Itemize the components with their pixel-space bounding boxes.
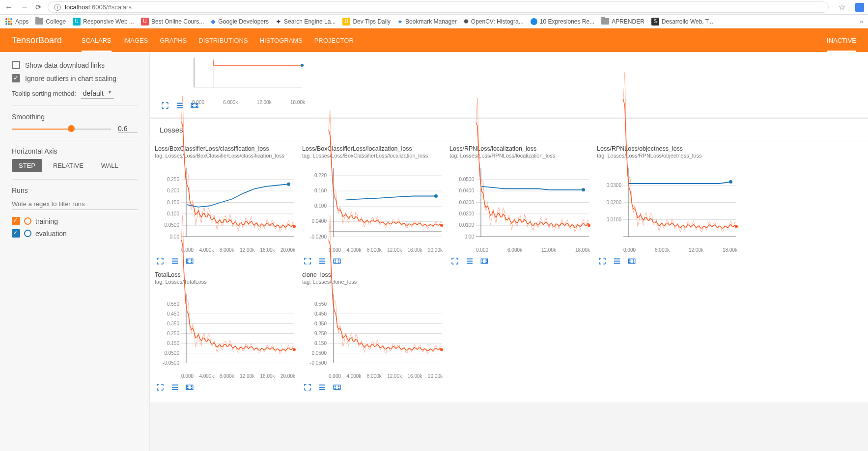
bookmark-item[interactable]: SDesarrollo Web, T... [651, 18, 713, 26]
expand-icon[interactable] [597, 256, 608, 266]
expand-icon[interactable] [449, 256, 460, 266]
smoothing-value-input[interactable] [118, 125, 138, 133]
fit-icon[interactable] [184, 256, 195, 266]
address-bar[interactable]: i localhost:6006/#scalars [48, 1, 829, 13]
svg-text:0.250: 0.250 [167, 177, 179, 182]
list-icon[interactable] [317, 256, 328, 266]
svg-text:0.0200: 0.0200 [606, 200, 621, 205]
list-icon[interactable] [174, 100, 185, 111]
bookmark-item[interactable]: 10 Expresiones Re... [531, 18, 594, 25]
tensorboard-logo: TensorBoard [12, 35, 62, 46]
chart-plot[interactable]: 0.000.01000.02000.03000.04000.0500 [449, 160, 592, 246]
back-button[interactable]: ← [4, 3, 14, 12]
svg-text:0.0400: 0.0400 [311, 218, 327, 224]
chart-card: Loss/BoxClassifierLoss/localization_loss… [302, 145, 445, 266]
run-checkbox[interactable] [12, 229, 20, 238]
forward-button[interactable]: → [20, 3, 29, 12]
bookmark-item[interactable]: Apps [5, 18, 28, 26]
axis-btn-relative[interactable]: RELATIVE [46, 159, 90, 172]
svg-text:0.250: 0.250 [167, 331, 179, 336]
chart-plot[interactable]: -0.05000.05000.1500.2500.3500.4500.550 [302, 287, 445, 372]
expand-icon[interactable] [302, 382, 313, 393]
chart-plot[interactable]: 0.000.05000.1000.1500.2000.250 [155, 160, 297, 246]
bookmark-star-icon[interactable]: ☆ [839, 2, 845, 12]
show-download-checkbox[interactable] [12, 61, 20, 69]
tab-distributions[interactable]: DISTRIBUTIONS [198, 28, 248, 52]
smoothing-slider[interactable] [12, 128, 111, 130]
list-icon[interactable] [169, 256, 180, 266]
svg-point-132 [188, 388, 189, 389]
list-icon[interactable] [464, 256, 475, 266]
chart-plot[interactable]: 0.01000.02000.0300 [597, 160, 739, 246]
bookmark-item[interactable]: APRENDER [601, 18, 644, 25]
ignore-outliers-checkbox[interactable] [12, 74, 20, 82]
bookmark-item[interactable]: UDev Tips Daily [342, 18, 391, 26]
svg-point-57 [440, 224, 443, 227]
svg-point-12 [301, 64, 304, 67]
bookmark-item[interactable]: College [35, 18, 66, 25]
chart-card: TotalLoss tag: Losses/TotalLoss -0.05000… [155, 271, 297, 393]
svg-text:0.0100: 0.0100 [606, 217, 621, 222]
section-header-losses[interactable]: Losses [150, 118, 868, 141]
svg-text:0.200: 0.200 [167, 188, 179, 193]
tooltip-sorting-label: Tooltip sorting method: [12, 90, 76, 97]
header-tabs: SCALARSIMAGESGRAPHSDISTRIBUTIONSHISTOGRA… [82, 28, 354, 52]
svg-point-87 [482, 260, 483, 261]
axis-btn-step[interactable]: STEP [12, 159, 42, 172]
tab-histograms[interactable]: HISTOGRAMS [260, 28, 303, 52]
expand-icon[interactable] [302, 256, 313, 266]
svg-point-105 [630, 260, 631, 261]
svg-text:0.00: 0.00 [465, 234, 475, 239]
url-path: /#scalars [106, 3, 132, 11]
extension-icon[interactable] [855, 3, 864, 12]
expand-icon[interactable] [160, 100, 170, 111]
bookmark-item[interactable]: UBest Online Cours... [141, 18, 204, 26]
tab-images[interactable]: IMAGES [123, 28, 148, 52]
inactive-tab[interactable]: INACTIVE [827, 28, 856, 52]
tab-graphs[interactable]: GRAPHS [160, 28, 187, 52]
expand-icon[interactable] [155, 256, 166, 266]
svg-point-6 [5, 23, 7, 25]
svg-point-35 [293, 225, 296, 228]
run-checkbox[interactable] [12, 217, 20, 225]
svg-point-107 [630, 262, 631, 263]
bookmark-item[interactable]: ⬣OpenCV: Histogra... [464, 18, 524, 25]
axis-btn-wall[interactable]: WALL [94, 159, 125, 172]
list-icon[interactable] [612, 256, 622, 266]
runs-filter-input[interactable] [12, 198, 138, 210]
fit-icon[interactable] [332, 256, 342, 266]
fit-icon[interactable] [332, 382, 342, 393]
bookmark-item[interactable]: ◆Google Developers [211, 18, 269, 25]
sidebar: Show data download links Ignore outliers… [0, 52, 150, 451]
bookmark-item[interactable]: UResponsive Web ... [73, 18, 134, 26]
svg-point-88 [486, 260, 487, 261]
tooltip-sorting-select[interactable]: default [81, 88, 114, 99]
info-icon: i [54, 4, 61, 11]
chart-plot[interactable]: -0.02000.04000.1000.1600.220 [302, 160, 445, 246]
run-row-training: training [12, 217, 138, 225]
svg-point-1 [8, 18, 10, 20]
list-icon[interactable] [169, 382, 180, 393]
chart-plot[interactable]: -0.05000.05000.1500.2500.3500.4500.550 [155, 287, 297, 372]
tab-scalars[interactable]: SCALARS [82, 28, 112, 52]
fit-icon[interactable] [479, 256, 490, 266]
list-icon[interactable] [317, 382, 328, 393]
runs-label: Runs [12, 186, 138, 194]
fit-icon[interactable] [626, 256, 637, 266]
svg-point-7 [8, 23, 10, 25]
bookmark-item[interactable]: ✦Search Engine La... [276, 18, 336, 26]
svg-text:0.0200: 0.0200 [459, 211, 474, 216]
expand-icon[interactable] [155, 382, 166, 393]
fit-icon[interactable] [184, 382, 195, 393]
browser-toolbar: ← → ⟳ i localhost:6006/#scalars ☆ [0, 0, 868, 15]
reload-button[interactable]: ⟳ [35, 3, 42, 12]
horizontal-axis-label: Horizontal Axis [12, 147, 138, 155]
run-name: training [35, 217, 58, 225]
svg-point-99 [735, 225, 738, 228]
bookmarks-overflow-icon[interactable]: » [860, 18, 863, 25]
run-color-icon [24, 217, 31, 225]
svg-text:0.100: 0.100 [314, 203, 327, 209]
tab-projector[interactable]: PROJECTOR [314, 28, 354, 52]
tensorboard-header: TensorBoard SCALARSIMAGESGRAPHSDISTRIBUT… [0, 28, 868, 52]
bookmark-item[interactable]: ★Bookmark Manager [397, 18, 457, 25]
